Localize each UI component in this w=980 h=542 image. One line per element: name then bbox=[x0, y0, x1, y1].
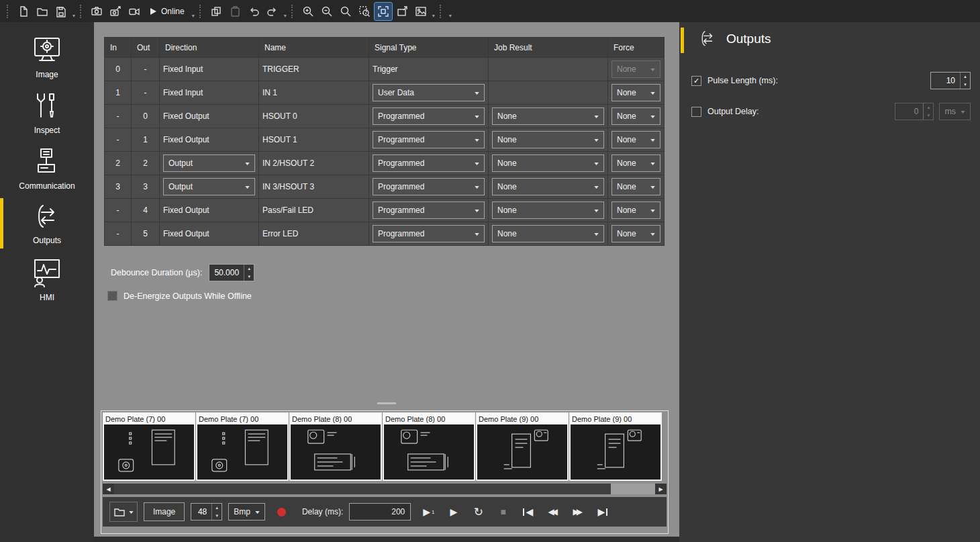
toolbar-overflow-icon[interactable]: ▾ bbox=[284, 13, 287, 19]
stop-button[interactable]: ■ bbox=[491, 502, 516, 522]
job-result-select[interactable]: None ▼ bbox=[492, 107, 604, 125]
spin-down-icon[interactable]: ▼ bbox=[244, 273, 254, 281]
zoom-fit-icon[interactable] bbox=[375, 3, 392, 20]
direction-select[interactable]: Output ▼ bbox=[163, 154, 255, 172]
force-select[interactable]: None ▼ bbox=[611, 225, 660, 242]
fullscreen-icon[interactable] bbox=[393, 3, 411, 20]
pulse-length-checkbox[interactable]: ✓ bbox=[691, 76, 701, 86]
name-cell-selected[interactable]: IN 2/HSOUT 2 bbox=[259, 152, 369, 175]
sidebar-item-hmi[interactable]: HMI bbox=[0, 251, 94, 308]
output-delay-spinner[interactable]: 0 ▲ ▼ bbox=[895, 103, 934, 120]
open-file-icon[interactable] bbox=[34, 3, 51, 20]
force-select[interactable]: None ▼ bbox=[611, 107, 660, 125]
spin-down-icon[interactable]: ▼ bbox=[961, 81, 970, 89]
signal-type-select[interactable]: Programmed ▼ bbox=[373, 154, 485, 172]
spin-up-icon[interactable]: ▲ bbox=[924, 103, 933, 111]
toolbar-grip[interactable] bbox=[291, 5, 294, 18]
frame-spinner[interactable]: 48 ▲ ▼ bbox=[191, 503, 222, 521]
open-image-folder-button[interactable]: ▼ bbox=[109, 502, 138, 522]
force-select[interactable]: None ▼ bbox=[611, 84, 660, 101]
name-cell[interactable]: Pass/Fail LED bbox=[259, 199, 369, 222]
zoom-selection-icon[interactable] bbox=[356, 3, 373, 20]
toolbar-grip[interactable] bbox=[199, 5, 202, 18]
scroll-right-icon[interactable]: ▶ bbox=[655, 484, 667, 494]
format-select[interactable]: Bmp ▼ bbox=[228, 503, 265, 521]
name-cell[interactable]: HSOUT 1 bbox=[259, 128, 369, 152]
redo-icon[interactable] bbox=[264, 3, 281, 20]
image-display-icon[interactable] bbox=[412, 3, 430, 20]
sidebar-item-outputs[interactable]: Outputs bbox=[0, 196, 94, 251]
spin-up-icon[interactable]: ▲ bbox=[961, 73, 970, 81]
toolbar-overflow-icon[interactable]: ▾ bbox=[72, 13, 75, 19]
deenergize-checkbox[interactable] bbox=[107, 291, 117, 301]
delay-input[interactable]: 200 bbox=[349, 503, 411, 521]
sidebar-item-image[interactable]: Image bbox=[0, 29, 94, 85]
toolbar-grip[interactable] bbox=[7, 5, 9, 18]
spin-up-icon[interactable]: ▲ bbox=[244, 265, 254, 273]
signal-type-select[interactable]: Programmed ▼ bbox=[373, 201, 485, 219]
filmstrip-scrollbar[interactable]: ◀ ▶ bbox=[103, 484, 667, 494]
output-delay-checkbox[interactable] bbox=[691, 107, 701, 117]
loop-button[interactable]: ↻ bbox=[466, 502, 491, 522]
direction-select[interactable]: Output ▼ bbox=[163, 178, 255, 195]
spin-up-icon[interactable]: ▲ bbox=[212, 504, 222, 512]
zoom-reset-icon[interactable] bbox=[337, 3, 354, 20]
splitter-handle[interactable] bbox=[377, 402, 396, 404]
toolbar-grip[interactable] bbox=[440, 5, 442, 18]
thumbnail[interactable]: Demo Plate (9) 00 bbox=[569, 412, 662, 481]
thumbnail[interactable]: Demo Plate (7) 00 bbox=[196, 412, 289, 481]
next-frame-button[interactable]: ▶▶ bbox=[565, 502, 590, 522]
job-result-select[interactable]: None ▼ bbox=[492, 201, 604, 219]
job-result-select[interactable]: None ▼ bbox=[492, 225, 604, 242]
signal-type-select[interactable]: Programmed ▼ bbox=[373, 131, 485, 148]
previous-frame-button[interactable]: ◀◀ bbox=[540, 502, 565, 522]
snapshot-icon[interactable] bbox=[107, 3, 124, 20]
camera-icon[interactable] bbox=[88, 3, 105, 20]
output-delay-unit-select[interactable]: ms ▼ bbox=[939, 103, 971, 120]
pulse-length-spinner[interactable]: 10 ▲ ▼ bbox=[930, 72, 971, 89]
record-icon[interactable] bbox=[277, 508, 286, 516]
spin-down-icon[interactable]: ▼ bbox=[924, 111, 933, 120]
debounce-spinner[interactable]: 50.000 ▲ ▼ bbox=[209, 264, 254, 281]
thumbnail[interactable]: Demo Plate (9) 00 bbox=[476, 412, 569, 481]
save-icon[interactable] bbox=[52, 3, 70, 20]
first-frame-button[interactable]: ◀ bbox=[516, 502, 540, 522]
force-select[interactable]: None ▼ bbox=[611, 154, 660, 172]
force-select[interactable]: None ▼ bbox=[611, 178, 660, 195]
scrollbar-track[interactable] bbox=[611, 484, 655, 494]
name-cell[interactable]: TRIGGER bbox=[259, 58, 369, 81]
signal-type-select[interactable]: Programmed ▼ bbox=[373, 225, 485, 242]
scrollbar-thumb[interactable] bbox=[114, 484, 611, 494]
video-record-icon[interactable] bbox=[126, 3, 143, 20]
play-once-button[interactable]: ▶1 bbox=[416, 502, 441, 522]
job-result-select[interactable]: None ▼ bbox=[492, 131, 604, 148]
last-frame-button[interactable]: ▶ bbox=[590, 502, 615, 522]
force-select[interactable]: None ▼ bbox=[611, 60, 660, 78]
scroll-left-icon[interactable]: ◀ bbox=[103, 484, 114, 494]
signal-type-select[interactable]: Programmed ▼ bbox=[373, 178, 485, 195]
copy-icon[interactable] bbox=[207, 3, 225, 20]
thumbnail[interactable]: Demo Plate (8) 00 bbox=[383, 412, 475, 481]
zoom-in-icon[interactable] bbox=[299, 3, 317, 20]
job-result-select[interactable]: None ▼ bbox=[492, 178, 604, 195]
name-cell[interactable]: IN 1 bbox=[259, 81, 369, 105]
toolbar-overflow-icon[interactable]: ▾ bbox=[449, 13, 452, 19]
name-cell[interactable]: IN 3/HSOUT 3 bbox=[259, 175, 369, 199]
signal-type-select[interactable]: User Data ▼ bbox=[373, 84, 485, 101]
toolbar-grip[interactable] bbox=[80, 5, 83, 18]
name-cell[interactable]: Error LED bbox=[259, 222, 369, 246]
online-button[interactable]: Online bbox=[144, 7, 190, 16]
signal-type-select[interactable]: Programmed ▼ bbox=[373, 107, 485, 125]
paste-icon[interactable] bbox=[226, 3, 244, 20]
thumbnail[interactable]: Demo Plate (8) 00 bbox=[289, 412, 382, 481]
sidebar-item-communication[interactable]: Communication bbox=[0, 140, 94, 196]
force-select[interactable]: None ▼ bbox=[611, 131, 660, 148]
force-select[interactable]: None ▼ bbox=[611, 201, 660, 219]
spin-down-icon[interactable]: ▼ bbox=[212, 512, 222, 520]
sidebar-item-inspect[interactable]: Inspect bbox=[0, 85, 94, 140]
play-button[interactable]: ▶ bbox=[441, 502, 466, 522]
new-file-icon[interactable] bbox=[15, 3, 32, 20]
job-result-select[interactable]: None ▼ bbox=[492, 154, 604, 172]
toolbar-overflow-icon[interactable]: ▾ bbox=[192, 13, 195, 19]
thumbnail[interactable]: Demo Plate (7) 00 bbox=[103, 412, 195, 481]
